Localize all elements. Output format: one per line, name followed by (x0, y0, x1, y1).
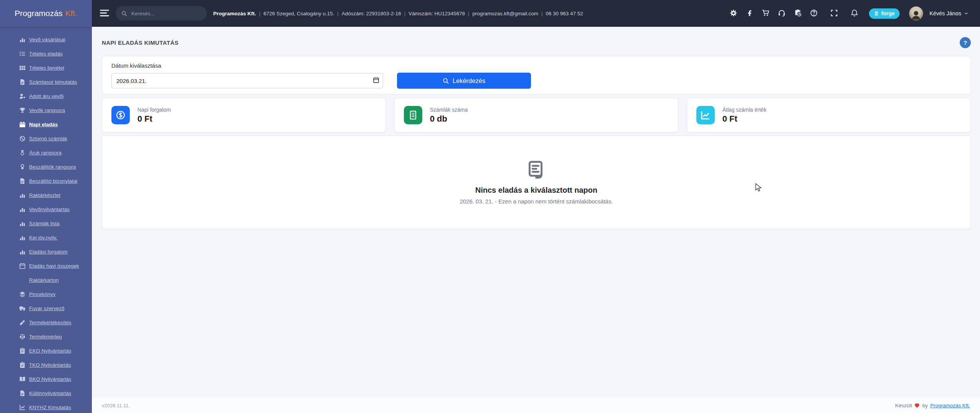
calendar-icon (19, 121, 26, 128)
settings-button[interactable] (729, 9, 738, 18)
card-box-icon (19, 277, 26, 283)
sidebar-item-label: Vevő vásárlásai (29, 37, 65, 42)
sidebar-item-szamlak-lista[interactable]: Számlák lista (0, 216, 92, 231)
fullscreen-button[interactable] (830, 9, 838, 18)
book-open-icon (19, 376, 26, 382)
notifications-button[interactable] (850, 9, 859, 18)
query-button[interactable]: Lekérdezés (397, 73, 531, 89)
expand-icon (830, 9, 838, 17)
facebook-button[interactable] (745, 9, 754, 18)
sidebar-item-sztorno-szamlak[interactable]: Sztornó számlák (0, 132, 92, 146)
sidebar-item-knyhz-kimutatas[interactable]: KNYHZ Kimutatás (0, 400, 92, 413)
sidebar-item-vevo-vasarlasai[interactable]: Vevő vásárlásai (0, 33, 92, 47)
sidebar-item-pincekonyv[interactable]: Pincekönyv (0, 287, 92, 301)
file-invoice-icon (19, 79, 26, 85)
award-icon (19, 164, 26, 170)
sidebar-item-label: Különnyilvántartás (29, 390, 71, 396)
stat-text: Napi forgalom0 Ft (137, 107, 171, 124)
sidebar-item-tko-nyilvantartas[interactable]: TKO Nyilvántartás (0, 358, 92, 372)
invoice-icon (404, 106, 422, 124)
app-logo[interactable]: Programozás Kft. (0, 0, 92, 27)
sidebar-item-label: Ker.jöv.nyilv. (29, 235, 57, 241)
sidebar-item-label: Vevőnyilvántartás (29, 206, 70, 212)
sidebar-item-napi-eladas[interactable]: Napi eladás (0, 117, 92, 132)
separator: | (468, 11, 469, 16)
sidebar-item-label: Számlák lista (29, 221, 60, 226)
sidebar-item-raktarkeszlet[interactable]: Raktárkészlet (0, 188, 92, 202)
chevron-down-icon (964, 11, 969, 16)
separator: | (337, 11, 339, 16)
sidebar-item-label: BKO Nyilvántartás (29, 376, 71, 382)
sidebar-item-label: Beszállító bizonylatai (29, 178, 77, 184)
stat-label: Napi forgalom (137, 107, 171, 113)
hamburger-icon (100, 8, 109, 18)
task-log-button[interactable] (794, 9, 802, 18)
footer-company-link[interactable]: Programozás Kft. (930, 403, 970, 408)
webshop-cart-button[interactable] (761, 9, 770, 18)
receipt-icon (526, 160, 546, 180)
search-icon (121, 11, 127, 16)
sidebar-item-label: Raktárkarton (29, 277, 59, 283)
company-detail: 6726 Szeged, Csalogány u.15. (263, 11, 334, 16)
headset-icon (778, 9, 786, 17)
sidebar-item-label: Termékértékesítés (29, 320, 71, 325)
sidebar-item-vevonyilvantartas[interactable]: Vevőnyilvántartás (0, 202, 92, 216)
chart-trend-icon (696, 106, 715, 124)
sidebar-item-fuvar-szervezo[interactable]: Fuvar szervező (0, 301, 92, 315)
sidebar-item-label: Eladás havi összegek (29, 263, 79, 269)
footer: v2026.11.11. Készült by Programozás Kft. (92, 398, 980, 413)
sidebar-item-szamlasor-kimutatas[interactable]: Számlasor kimutatás (0, 75, 92, 89)
sidebar-item-aruk-rangsora[interactable]: Áruk rangsora (0, 146, 92, 160)
user-menu[interactable]: Kévés János (927, 10, 971, 17)
main-content: NAPI ELADÁS KIMUTATÁS ? Dátum kiválasztá… (92, 27, 980, 398)
sidebar-item-adott-aru-vevoi[interactable]: Adott áru vevői (0, 89, 92, 103)
sidebar-item-eko-nyilvantartas[interactable]: EKO Nyilvántartás (0, 344, 92, 358)
chart-bar-icon (19, 234, 26, 241)
sidebar-item-kulonnyilvantartas[interactable]: Különnyilvántartás (0, 386, 92, 400)
sidebar-item-teteles-bevetel[interactable]: Tételes bevétel (0, 61, 92, 75)
app-logo-suffix: Kft. (65, 9, 77, 18)
sidebar-item-label: Napi eladás (29, 122, 58, 127)
stat-value: 0 db (430, 114, 468, 124)
search-input[interactable] (131, 10, 201, 17)
company-name: Programozás Kft. (213, 11, 256, 16)
sidebar-item-ker-jov-nyilv[interactable]: Ker.jöv.nyilv. (0, 231, 92, 245)
sidebar-item-vevok-rangsora[interactable]: Vevők rangsora (0, 103, 92, 117)
avatar[interactable] (909, 6, 923, 21)
date-picker-button[interactable] (370, 75, 382, 86)
sidebar-item-label: Tételes bevétel (29, 65, 64, 71)
menu-toggle-button[interactable] (100, 8, 109, 18)
sidebar-item-eladas-havi-osszegek[interactable]: Eladás havi összegek (0, 259, 92, 273)
stat-text: Átlag számla érték0 Ft (722, 107, 766, 124)
sidebar-item-beszallitok-rangsora[interactable]: Beszállítók rangsora (0, 160, 92, 174)
chart-line-icon (19, 404, 26, 411)
page-help-button[interactable]: ? (960, 37, 971, 48)
support-button[interactable] (777, 9, 786, 18)
stat-label: Számlák száma (430, 107, 468, 113)
date-input[interactable] (111, 73, 383, 88)
person-icon (910, 9, 922, 20)
question-circle-icon (810, 9, 818, 17)
chart-bar-icon (19, 249, 26, 255)
footer-by-text: by (922, 403, 928, 408)
sidebar-item-raktarkarton[interactable]: Raktárkarton (0, 273, 92, 287)
sidebar-item-termekmerleg[interactable]: Termékmérleg (0, 330, 92, 344)
sidebar-item-bko-nyilvantartas[interactable]: BKO Nyilvántartás (0, 372, 92, 386)
empty-state-title: Nincs eladás a kiválasztott napon (475, 186, 598, 195)
gear-icon (730, 9, 737, 17)
stat-value: 0 Ft (137, 114, 171, 124)
sidebar-item-termekertekesites[interactable]: Termékértékesítés (0, 315, 92, 330)
sidebar-item-teteles-eladas[interactable]: Tételes eladás (0, 47, 92, 61)
date-filter-row: Lekérdezés (111, 73, 961, 89)
forge-badge[interactable]: forge (869, 8, 900, 19)
help-button[interactable] (810, 9, 818, 18)
date-filter-card: Dátum kiválasztása Lekérdezés (102, 56, 971, 94)
sidebar-item-eladasi-forgalom[interactable]: Eladási forgalom (0, 245, 92, 259)
ban-icon (19, 135, 26, 142)
sidebar-nav: Vevő vásárlásaiTételes eladásTételes bev… (0, 27, 92, 413)
facebook-icon (746, 9, 753, 17)
company-detail: Vámszám: HU12345678 (408, 11, 465, 16)
stat-card-napi-forgalom: Napi forgalom0 Ft (102, 98, 386, 132)
search-box (116, 6, 207, 21)
sidebar-item-beszallito-bizonylatai[interactable]: Beszállító bizonylatai (0, 174, 92, 188)
